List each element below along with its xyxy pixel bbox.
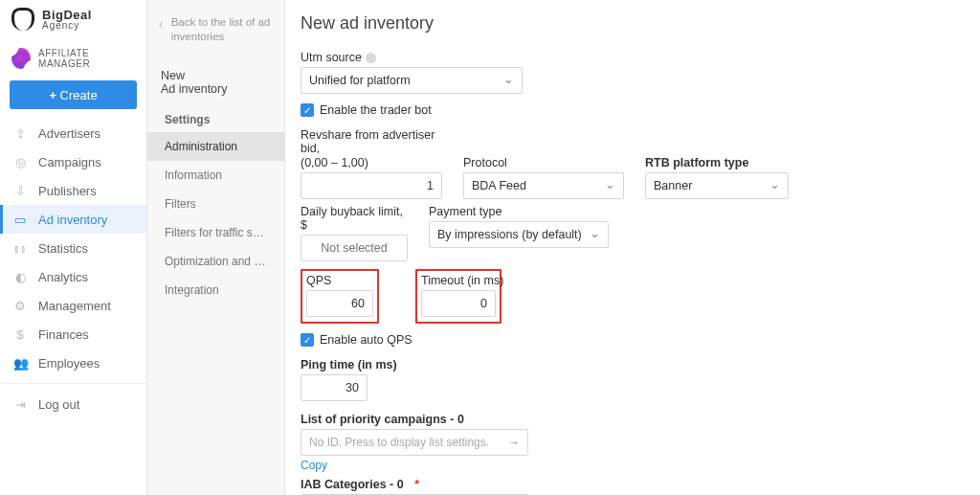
timeout-label: Timeout (in ms) (421, 274, 496, 287)
sub-sidebar: ‹ Back to the list of ad inventories New… (147, 0, 285, 495)
nav-ad-inventory[interactable]: ▭ Ad inventory (0, 205, 146, 234)
utm-source-select[interactable]: Unified for platform (301, 67, 523, 94)
create-button[interactable]: Create (10, 80, 137, 109)
avatar-icon (11, 48, 31, 69)
revshare-label: Revshare from advertiser bid, (301, 128, 442, 155)
back-link[interactable]: ‹ Back to the list of ad inventories (147, 10, 284, 50)
ping-label: Ping time (in ms) (301, 358, 368, 371)
rtb-select[interactable]: Banner (645, 172, 789, 199)
gear-icon: ⚙ (13, 299, 27, 313)
brand-sub: Agency (42, 21, 92, 31)
download-icon: ⇩ (13, 184, 27, 198)
trader-bot-label: Enable the trader bot (320, 103, 432, 117)
stats-icon: ⫾⫾ (13, 241, 27, 256)
nav-label: Analytics (38, 270, 88, 284)
subnav-administration[interactable]: Administration (147, 132, 284, 161)
priority-label: List of priority campaigns - 0 (301, 413, 961, 426)
payment-type-select[interactable]: By impressions (by default) (429, 221, 609, 248)
qps-label: QPS (306, 274, 373, 287)
auto-qps-checkbox[interactable]: ✓ (301, 333, 314, 347)
dollar-icon: $ (13, 327, 27, 342)
rtb-label: RTB platform type (645, 156, 789, 169)
qps-input[interactable] (306, 290, 373, 317)
nav-management[interactable]: ⚙ Management (0, 291, 146, 320)
page-title: New ad inventory (301, 13, 980, 34)
revshare-label-2: (0,00 – 1,00) (301, 156, 442, 169)
main-content: New ad inventory Utm source Unified for … (285, 0, 980, 495)
main-sidebar: BigDeal Agency AFFILIATE MANAGER Create … (0, 0, 147, 495)
brand: BigDeal Agency (0, 0, 146, 34)
nav-divider (0, 383, 146, 384)
nav-statistics[interactable]: ⫾⫾ Statistics (0, 234, 146, 262)
user-role: AFFILIATE MANAGER (38, 48, 135, 69)
subnav-settings-heading: Settings (147, 100, 284, 132)
nav-label: Advertisers (38, 126, 100, 141)
nav-analytics[interactable]: ◐ Analytics (0, 262, 146, 291)
subnav-integration[interactable]: Integration (147, 276, 284, 304)
priority-copy-link[interactable]: Copy (301, 459, 327, 472)
protocol-label: Protocol (463, 156, 624, 169)
auto-qps-label: Enable auto QPS (320, 333, 412, 347)
nav-publishers[interactable]: ⇩ Publishers (0, 176, 146, 205)
daily-buyback-input[interactable] (301, 235, 408, 261)
subnav-optimization[interactable]: Optimization and rules (147, 247, 284, 276)
protocol-select[interactable]: BDA Feed (463, 172, 624, 199)
target-icon: ◎ (13, 155, 27, 169)
brand-logo-icon (11, 8, 34, 31)
nav-label: Statistics (38, 241, 88, 256)
nav-employees[interactable]: 👥 Employees (0, 349, 146, 377)
upload-icon: ⇪ (13, 126, 27, 141)
nav-label: Finances (38, 327, 89, 342)
nav-finances[interactable]: $ Finances (0, 320, 146, 349)
analytics-icon: ◐ (13, 270, 27, 284)
nav-logout[interactable]: ⇥ Log out (0, 390, 146, 418)
brand-name: BigDeal (42, 9, 92, 21)
user-role-row: AFFILIATE MANAGER (0, 34, 146, 77)
subnav-filters-traffic[interactable]: Filters for traffic sour… (147, 218, 284, 247)
revshare-input[interactable] (301, 172, 442, 199)
nav-label: Management (38, 299, 111, 313)
trader-bot-checkbox[interactable]: ✓ (301, 103, 314, 117)
subnav-information[interactable]: Information (147, 161, 284, 190)
qps-highlight: QPS (301, 269, 379, 324)
subnav-filters[interactable]: Filters (147, 190, 284, 218)
info-icon (366, 53, 376, 63)
timeout-highlight: Timeout (in ms) (415, 269, 501, 324)
nav-label: Employees (38, 356, 100, 371)
nav-label: Campaigns (38, 155, 101, 169)
nav-advertisers[interactable]: ⇪ Advertisers (0, 119, 146, 147)
timeout-input[interactable] (421, 290, 496, 317)
nav-label: Ad inventory (38, 213, 107, 227)
chevron-left-icon: ‹ (159, 15, 164, 44)
nav-label: Publishers (38, 184, 97, 198)
back-link-text: Back to the list of ad inventories (171, 15, 273, 44)
inventory-icon: ▭ (13, 213, 27, 227)
arrow-right-icon: → (508, 436, 520, 449)
utm-source-label: Utm source (301, 51, 523, 64)
iab-label: IAB Categories - 0 * (301, 478, 961, 491)
subnav-new: New (161, 69, 271, 82)
priority-campaigns-field[interactable]: No ID. Press to display list settings. → (301, 429, 528, 456)
people-icon: 👥 (13, 356, 27, 371)
logout-icon: ⇥ (13, 397, 27, 412)
payment-type-label: Payment type (429, 205, 609, 218)
nav-label: Log out (38, 397, 79, 412)
daily-buyback-label: Daily buyback limit, $ (301, 205, 408, 232)
subnav-ad-inventory: Ad inventory (161, 82, 271, 96)
ping-input[interactable] (301, 374, 368, 401)
nav-campaigns[interactable]: ◎ Campaigns (0, 147, 146, 176)
